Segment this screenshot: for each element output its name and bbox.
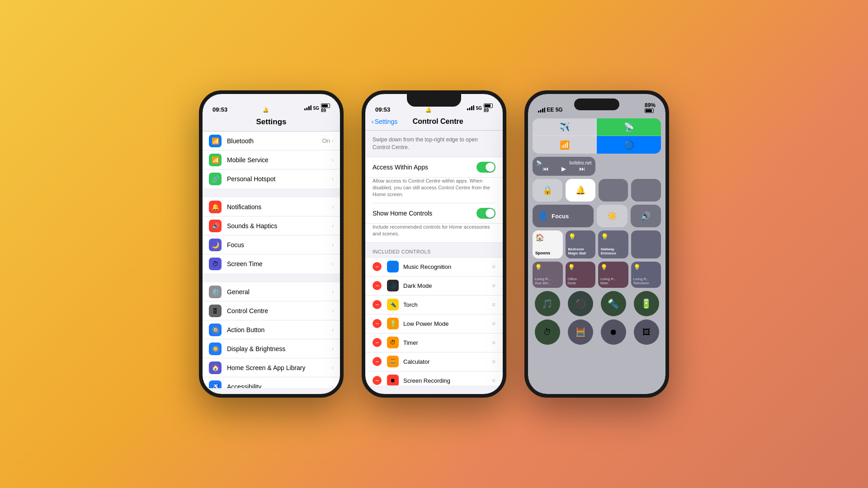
brightness-tile[interactable]: ☀️	[597, 205, 627, 227]
drag-handle-torch[interactable]: ≡	[492, 301, 495, 308]
control-dark-mode[interactable]: 🌑 Dark Mode ≡	[365, 277, 503, 296]
cc-page-title: Control Centre	[397, 117, 478, 126]
empty-tile-2[interactable]	[631, 179, 661, 202]
status-right-1: 5G 89	[304, 103, 330, 113]
empty-tile-1[interactable]	[599, 179, 628, 202]
accessibility-label: Accessibility	[227, 383, 332, 389]
toggle-switch-access[interactable]	[476, 162, 495, 173]
settings-item-controlcentre[interactable]: 🎛 Control Centre ›	[203, 301, 340, 320]
settings-item-bluetooth[interactable]: 📶 Bluetooth On ›	[203, 131, 340, 150]
settings-list[interactable]: 📶 Bluetooth On › 📶 Mobile Service › 🔗 Pe…	[203, 131, 340, 388]
included-controls-list: 🎵 Music Recognition ≡ 🌑 Dark Mode ≡ 🔦 To…	[365, 257, 503, 385]
remove-torch-btn[interactable]	[373, 300, 382, 309]
general-label: General	[227, 288, 332, 296]
phone-control-centre: 09:53 🔔 5G 89 ‹ Settings Control Centre …	[362, 90, 506, 398]
cc-settings-content[interactable]: Swipe down from the top-right edge to op…	[365, 131, 503, 385]
shazam-btn[interactable]: 🎵	[535, 291, 560, 316]
living-hue-tile[interactable]: 💡 Living R...Hue whi...	[533, 262, 563, 288]
focus-tile[interactable]: 👤 Focus	[533, 205, 594, 227]
volume-tile[interactable]: 🔊	[631, 205, 661, 227]
settings-item-hotspot[interactable]: 🔗 Personal Hotspot ›	[203, 169, 340, 188]
living-tv-tile[interactable]: 💡 Living R...Television	[631, 262, 661, 288]
chevron-bluetooth: ›	[332, 138, 334, 144]
dynamic-island	[574, 99, 619, 110]
living-tv-label: Living R...Television	[633, 277, 659, 286]
settings-item-actionbutton[interactable]: 🔘 Action Button ›	[203, 320, 340, 339]
wifi-btn[interactable]: 📶	[533, 136, 597, 154]
media-next-btn[interactable]: ⏭	[579, 165, 585, 172]
empty-home-tile[interactable]	[631, 230, 661, 258]
signal-bars-1	[304, 105, 311, 111]
control-timer[interactable]: ⏱ Timer ≡	[365, 333, 503, 352]
control-music-recognition[interactable]: 🎵 Music Recognition ≡	[365, 258, 503, 277]
bluetooth-btn[interactable]: 🔵	[597, 136, 661, 154]
toggle-access-within-apps[interactable]: Access Within Apps	[365, 157, 503, 178]
drag-handle-lowpower[interactable]: ≡	[492, 320, 495, 327]
settings-item-homescreen[interactable]: 🏠 Home Screen & App Library ›	[203, 358, 340, 377]
spoons-tile[interactable]: 🏠 Spoons	[533, 230, 563, 258]
settings-item-sounds[interactable]: 🔊 Sounds & Haptics ›	[203, 216, 340, 235]
actionbutton-label: Action Button	[227, 326, 332, 333]
portrait-mode-btn[interactable]: 🖼	[634, 319, 659, 345]
drag-handle-calculator[interactable]: ≡	[492, 358, 495, 365]
torch-btn[interactable]: 🔦	[601, 291, 626, 316]
svg-rect-3	[310, 105, 311, 110]
living-main-tile[interactable]: 💡 Living R...Main	[598, 262, 628, 288]
control-calculator[interactable]: 🧮 Calculator ≡	[365, 352, 503, 371]
control-screen-recording[interactable]: ⏺ Screen Recording ≡	[365, 371, 503, 385]
control-torch[interactable]: 🔦 Torch ≡	[365, 296, 503, 314]
remove-dark-btn[interactable]	[373, 281, 382, 290]
bedroom-tile[interactable]: 💡 Bedroom Magic Ball	[566, 230, 596, 258]
actionbutton-icon: 🔘	[209, 324, 222, 336]
drag-handle-music[interactable]: ≡	[492, 263, 495, 270]
settings-item-display[interactable]: ☀️ Display & Brightness ›	[203, 339, 340, 358]
settings-item-accessibility[interactable]: ♿ Accessibility ›	[203, 377, 340, 388]
remove-timer-btn[interactable]	[373, 338, 382, 347]
silent-mode-btn[interactable]: 🔔	[566, 179, 595, 202]
settings-item-focus[interactable]: 🌙 Focus ›	[203, 235, 340, 254]
controlcentre-label: Control Centre	[227, 307, 332, 314]
remove-lowpower-btn[interactable]	[373, 319, 382, 328]
settings-item-mobile[interactable]: 📶 Mobile Service ›	[203, 150, 340, 169]
calculator-icon: 🧮	[387, 356, 399, 367]
hallway-tile[interactable]: 💡 Hallway Entrance	[598, 230, 628, 258]
remove-screenrecord-btn[interactable]	[373, 376, 382, 385]
settings-group-1: 📶 Bluetooth On › 📶 Mobile Service › 🔗 Pe…	[203, 131, 340, 188]
airplane-mode-btn[interactable]: ✈️	[533, 118, 597, 136]
drag-handle-timer[interactable]: ≡	[492, 339, 495, 346]
mobile-icon: 📶	[209, 154, 222, 166]
bottom-row-2: ⏱ 🧮 ⏺ 🖼	[533, 319, 661, 345]
settings-item-notifications[interactable]: 🔔 Notifications ›	[203, 197, 340, 216]
calculator-btn[interactable]: 🧮	[568, 319, 593, 345]
media-prev-btn[interactable]: ⏮	[542, 165, 548, 172]
bell-2: 🔔	[425, 107, 432, 113]
office-desk-tile[interactable]: 💡 OfficeDesk	[566, 262, 596, 288]
focus-icon: 🌙	[209, 239, 222, 251]
toggle-show-home[interactable]: Show Home Controls	[365, 203, 503, 224]
control-panel-screen: EE 5G 89% ✈️ 📡	[528, 94, 665, 394]
remove-music-btn[interactable]	[373, 262, 382, 271]
screentime-label: Screen Time	[227, 260, 332, 267]
media-play-btn[interactable]: ▶	[561, 165, 566, 172]
battery-saver-btn[interactable]: 🔋	[634, 291, 659, 316]
drag-handle-screenrecord[interactable]: ≡	[492, 377, 495, 384]
settings-item-screentime[interactable]: ⏱ Screen Time ›	[203, 254, 340, 273]
screen-record-btn[interactable]: ⏺	[601, 319, 626, 345]
dark-mode-btn[interactable]: ⚫	[568, 291, 593, 316]
lights-row: 💡 Living R...Hue whi... 💡 OfficeDesk 💡 L…	[533, 262, 661, 288]
control-low-power[interactable]: 🔋 Low Power Mode ≡	[365, 314, 503, 333]
toggle-switch-home[interactable]	[476, 208, 495, 219]
sounds-label: Sounds & Haptics	[227, 222, 332, 230]
status-bar-1: 09:53 🔔 5G 89	[203, 94, 340, 116]
back-button[interactable]: ‹ Settings	[372, 118, 397, 125]
cellular-btn[interactable]: 📡	[597, 118, 661, 136]
remove-calculator-btn[interactable]	[373, 357, 382, 366]
drag-handle-dark[interactable]: ≡	[492, 282, 495, 289]
timer-btn[interactable]: ⏱	[535, 319, 560, 345]
rotation-lock-btn[interactable]: 🔒	[533, 179, 562, 202]
svg-rect-10	[542, 108, 543, 113]
network-1: 5G	[313, 106, 319, 111]
settings-item-general[interactable]: ⚙️ General ›	[203, 282, 340, 301]
network-2: 5G	[476, 106, 482, 111]
media-controls[interactable]: ⏮ ▶ ⏭	[536, 165, 592, 172]
